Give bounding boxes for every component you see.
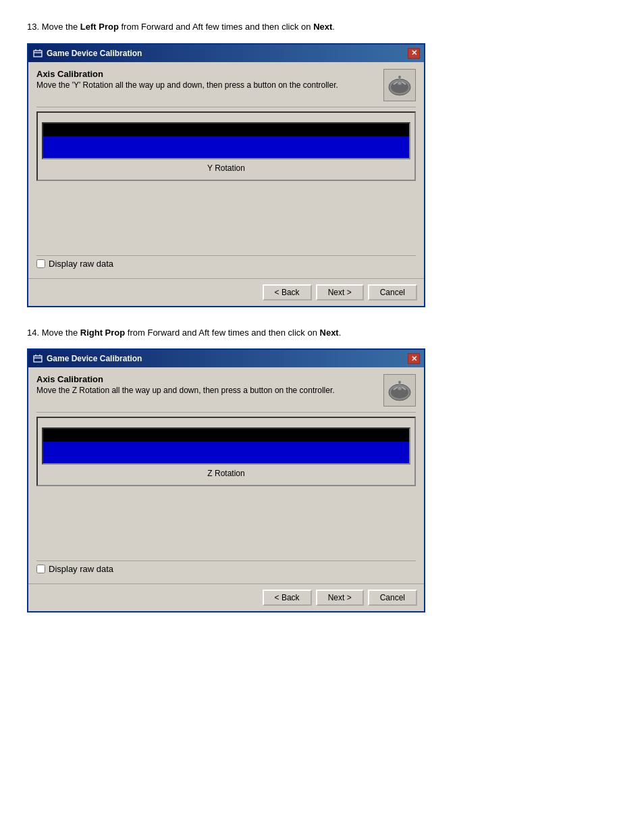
axis-panel-2: Z Rotation [36,417,416,486]
back-button-2[interactable]: < Back [263,590,312,606]
svg-point-15 [398,386,402,390]
svg-point-17 [398,381,401,384]
display-raw-data-checkbox-2[interactable] [36,565,45,573]
axis-display-2 [42,427,410,465]
spacer-area-2 [36,490,416,558]
svg-point-6 [398,81,402,85]
svg-point-8 [398,76,401,78]
close-button-2[interactable]: ✕ [408,353,420,364]
divider-2 [36,412,416,413]
checkbox-area-1: Display raw data [36,255,416,271]
axis-display-1 [42,122,410,159]
dialog-2: Game Device Calibration ✕ Axis Calibrati… [27,348,425,613]
calibration-header-2: Axis Calibration Move the Z Rotation all… [36,374,416,407]
dialog-icon-1 [32,48,43,59]
display-raw-data-checkbox-1[interactable] [36,259,45,268]
title-bar-left-2: Game Device Calibration [32,353,142,364]
divider-1 [36,107,416,107]
instruction-13: 13. Move the Left Prop from Forward and … [27,20,617,34]
calibration-text-2: Axis Calibration Move the Z Rotation all… [36,374,377,395]
axis-panel-1: Y Rotation [36,111,416,181]
instruction-14: 14. Move the Right Prop from Forward and… [27,326,617,340]
title-bar-2: Game Device Calibration ✕ [28,350,424,367]
calibration-desc-2: Move the Z Rotation all the way up and d… [36,386,377,395]
spacer-area-1 [36,185,416,253]
axis-bar-1 [43,136,409,158]
dialog-title-1: Game Device Calibration [47,49,142,58]
controller-icon-2 [383,374,416,407]
dialog-content-1: Axis Calibration Move the 'Y' Rotation a… [28,62,424,278]
svg-rect-9 [34,356,42,362]
calibration-desc-1: Move the 'Y' Rotation all the way up and… [36,80,377,90]
back-button-1[interactable]: < Back [263,284,312,301]
button-bar-2: < Back Next > Cancel [28,583,424,611]
calibration-title-1: Axis Calibration [36,69,377,79]
cancel-button-1[interactable]: Cancel [368,284,417,301]
close-button-1[interactable]: ✕ [408,48,420,59]
title-bar-left-1: Game Device Calibration [32,48,142,59]
calibration-text-1: Axis Calibration Move the 'Y' Rotation a… [36,69,377,90]
controller-icon-1 [383,69,416,101]
calibration-header-1: Axis Calibration Move the 'Y' Rotation a… [36,69,416,101]
dialog-content-2: Axis Calibration Move the Z Rotation all… [28,367,424,583]
checkbox-area-2: Display raw data [36,561,416,577]
next-button-2[interactable]: Next > [316,590,364,606]
cancel-button-2[interactable]: Cancel [368,590,417,606]
display-raw-data-label-2: Display raw data [49,564,113,574]
button-bar-1: < Back Next > Cancel [28,278,424,306]
dialog-title-2: Game Device Calibration [47,354,142,363]
axis-bar-2 [43,442,409,463]
calibration-title-2: Axis Calibration [36,374,377,384]
axis-label-2: Z Rotation [42,469,410,478]
dialog-icon-2 [32,353,43,364]
title-bar-1: Game Device Calibration ✕ [28,45,424,62]
display-raw-data-label-1: Display raw data [49,259,113,269]
next-button-1[interactable]: Next > [316,284,364,301]
dialog-1: Game Device Calibration ✕ Axis Calibrati… [27,43,425,307]
axis-label-1: Y Rotation [42,163,410,173]
svg-rect-0 [34,51,42,57]
